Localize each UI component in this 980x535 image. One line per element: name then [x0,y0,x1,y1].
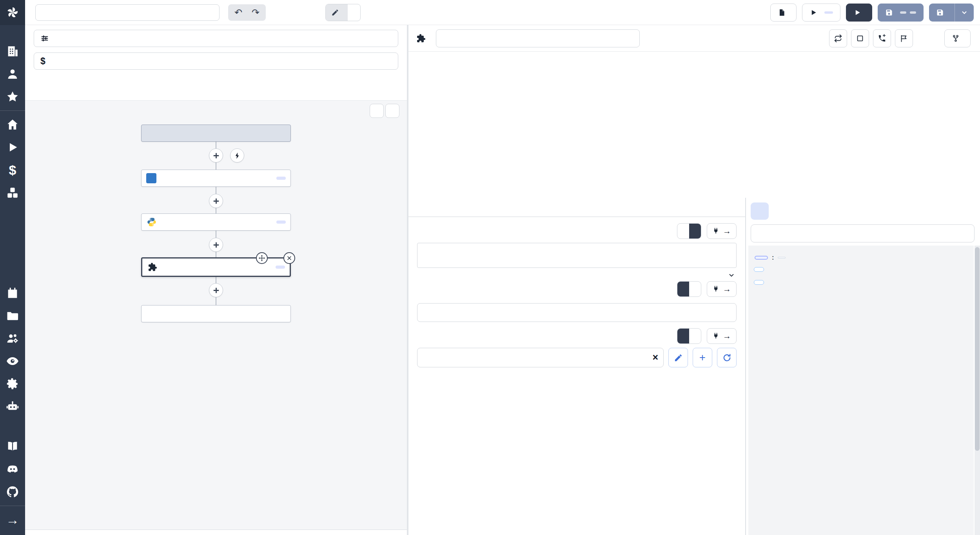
audit-eye-icon[interactable] [0,350,25,372]
plug-icon [712,285,720,293]
edit-resource-button[interactable] [668,348,688,367]
zoom-out-button[interactable] [385,104,399,118]
step-name-input[interactable] [436,29,640,47]
github-icon[interactable] [0,481,25,503]
test-up-to-button[interactable] [802,4,840,22]
code-mode-button[interactable] [689,282,701,296]
add-trigger-button[interactable] [230,148,244,163]
all-static-inputs-button[interactable]: $ [34,52,398,70]
deploy-button[interactable] [929,4,955,22]
robot-icon[interactable] [0,395,25,418]
refresh-resource-button[interactable] [717,348,737,367]
plus-icon [212,287,220,294]
plus-icon [212,197,220,205]
discord-icon[interactable] [0,458,25,481]
play-icon [853,9,861,16]
clear-resource-icon[interactable]: × [652,352,658,363]
runs-play-icon[interactable] [0,136,25,159]
groups-users-icon[interactable] [0,327,25,350]
left-icon-rail: $ [0,0,25,535]
variables-dollar-icon[interactable]: $ [0,159,25,181]
path-edit-button[interactable] [326,4,348,21]
static-mode-button[interactable] [677,329,689,343]
resources-cubes-icon[interactable] [0,181,25,204]
add-step-button[interactable] [209,283,223,297]
search-prop-input[interactable] [751,224,975,242]
flow-title-input[interactable] [35,4,220,21]
test-flow-button[interactable] [846,4,872,22]
prop-picker: : [746,198,980,535]
slack-resource-input[interactable] [417,348,664,367]
bottom-collapsed-panel[interactable] [25,530,407,535]
result-key-a-pill[interactable] [755,256,768,260]
swap-script-button[interactable] [829,29,847,47]
settings-gear-icon[interactable] [0,372,25,395]
node-parses-to-json[interactable] [141,170,291,187]
panel-splitter[interactable] [407,25,408,535]
schedules-calendar-icon[interactable] [0,282,25,304]
chevron-down-icon [960,9,968,16]
sliders-icon [40,34,49,43]
step-id-badge [276,177,286,180]
edit-or-connect-button[interactable] [751,202,769,220]
node-result[interactable] [141,305,291,322]
add-step-button[interactable] [209,238,223,252]
code-mode-button[interactable] [689,224,701,239]
workspace-icon[interactable] [0,40,25,63]
text-field-header: → [417,223,737,239]
channel-field-header: → [417,281,737,297]
all-results-object-pill[interactable] [754,267,764,272]
interpolate-mode-button[interactable] [677,224,689,239]
docs-book-icon[interactable] [0,435,25,458]
path-control[interactable] [325,4,361,21]
home-icon[interactable] [0,113,25,136]
path-value[interactable] [348,4,360,21]
node-input[interactable] [141,125,291,142]
zoom-in-button[interactable] [370,104,384,118]
collapse-button[interactable] [778,257,786,258]
add-step-button[interactable] [209,194,223,208]
delete-step-button[interactable] [283,252,295,264]
puzzle-hub-icon [416,34,426,43]
flag-button[interactable] [895,29,913,47]
phone-icon [878,34,886,43]
add-step-button[interactable] [209,148,223,163]
dollar-icon: $ [40,56,45,67]
interpolate-mode-button[interactable] [677,282,689,296]
node-parses-content-of-email[interactable] [141,213,291,231]
text-expression-editor[interactable] [417,243,737,268]
arrow-right-icon: → [723,284,731,294]
node-send-message-selected[interactable] [141,257,291,277]
connect-input-button[interactable]: → [707,223,737,239]
add-resource-button[interactable]: + [693,348,712,367]
move-step-button[interactable] [256,252,268,264]
connect-input-button[interactable]: → [707,328,737,344]
json-button[interactable] [770,4,797,22]
code-editor[interactable] [408,52,980,198]
channel-value-input[interactable] [417,303,737,322]
flow-settings-button[interactable] [34,30,398,47]
folders-icon[interactable] [0,304,25,327]
slack-field-header: → [417,328,737,344]
deploy-more-chevron[interactable] [955,4,974,22]
text-mode-toggle [677,223,701,239]
connect-input-button[interactable]: → [707,281,737,297]
bolt-icon [234,152,241,159]
flow-graph-canvas[interactable] [25,100,407,530]
windmill-logo[interactable] [0,0,25,25]
undo-button[interactable]: ↶ [230,5,247,20]
call-phone-button[interactable] [873,29,891,47]
user-icon[interactable] [0,63,25,85]
redo-button[interactable]: ↷ [247,5,264,20]
save-draft-button[interactable] [878,4,924,22]
expand-rail-arrow-icon[interactable]: → [0,508,25,531]
fork-button[interactable] [944,29,971,47]
step-id-badge [276,266,285,269]
favorites-star-icon[interactable] [0,85,25,108]
variables-object-pill[interactable] [754,280,764,285]
code-mode-button[interactable] [689,329,701,343]
stop-square-button[interactable] [851,29,869,47]
typescript-icon [146,173,156,183]
undo-redo-group: ↶ ↷ [228,4,266,21]
scrollbar-thumb[interactable] [975,247,980,451]
